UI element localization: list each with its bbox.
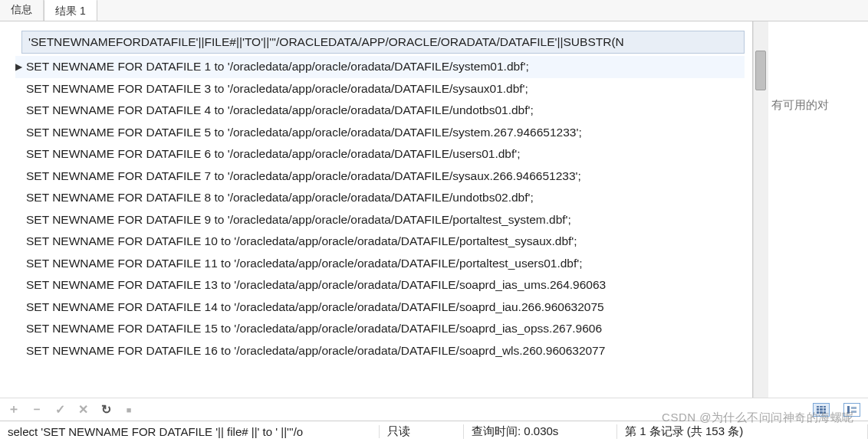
table-row[interactable]: SET NEWNAME FOR DATAFILE 3 to '/oracleda… bbox=[15, 78, 745, 100]
side-panel: 有可用的对 bbox=[768, 21, 868, 398]
vertical-scrollbar[interactable] bbox=[753, 21, 768, 398]
status-query-time: 查询时间: 0.030s bbox=[464, 424, 617, 439]
table-row[interactable]: SET NEWNAME FOR DATAFILE 13 to '/oracled… bbox=[15, 274, 745, 296]
refresh-button[interactable]: ↻ bbox=[100, 404, 112, 416]
table-row[interactable]: SET NEWNAME FOR DATAFILE 15 to '/oracled… bbox=[15, 318, 745, 340]
cancel-button[interactable]: ✕ bbox=[77, 404, 89, 416]
cell-value: SET NEWNAME FOR DATAFILE 5 to '/oracleda… bbox=[23, 126, 585, 139]
table-row[interactable]: SET NEWNAME FOR DATAFILE 7 to '/oracleda… bbox=[15, 165, 745, 188]
table-row[interactable]: SET NEWNAME FOR DATAFILE 5 to '/oracleda… bbox=[15, 122, 745, 144]
table-row[interactable]: SET NEWNAME FOR DATAFILE 8 to '/oracleda… bbox=[15, 187, 745, 209]
table-row[interactable]: SET NEWNAME FOR DATAFILE 9 to '/oracleda… bbox=[15, 209, 745, 231]
result-tabs: 信息 结果 1 bbox=[0, 0, 868, 21]
result-toolbar: ＋ － ✓ ✕ ↻ ■ bbox=[0, 398, 868, 421]
cell-value: SET NEWNAME FOR DATAFILE 7 to '/oracleda… bbox=[23, 169, 584, 183]
table-row[interactable]: SET NEWNAME FOR DATAFILE 14 to '/oracled… bbox=[15, 296, 745, 319]
table-row[interactable]: SET NEWNAME FOR DATAFILE 10 to '/oracled… bbox=[15, 231, 745, 253]
cell-value: SET NEWNAME FOR DATAFILE 14 to '/oracled… bbox=[23, 300, 607, 314]
status-readonly: 只读 bbox=[380, 424, 464, 439]
rows-container: ▶SET NEWNAME FOR DATAFILE 1 to '/oracled… bbox=[15, 56, 745, 362]
table-row[interactable]: SET NEWNAME FOR DATAFILE 4 to '/oracleda… bbox=[15, 100, 745, 122]
cell-value: SET NEWNAME FOR DATAFILE 1 to '/oracleda… bbox=[23, 60, 532, 74]
cell-value: SET NEWNAME FOR DATAFILE 9 to '/oracleda… bbox=[23, 213, 574, 227]
stop-button[interactable]: ■ bbox=[123, 404, 135, 416]
scrollbar-thumb[interactable] bbox=[755, 51, 766, 90]
main-area: 'SETNEWNAMEFORDATAFILE'||FILE#||'TO'||''… bbox=[0, 21, 868, 398]
status-sql: select 'SET NEWNAME FOR DATAFILE '|| fil… bbox=[0, 425, 380, 438]
cell-value: SET NEWNAME FOR DATAFILE 4 to '/oracleda… bbox=[23, 103, 537, 117]
cell-value: SET NEWNAME FOR DATAFILE 3 to '/oracleda… bbox=[23, 82, 531, 96]
add-row-button[interactable]: ＋ bbox=[8, 404, 20, 416]
cell-value: SET NEWNAME FOR DATAFILE 8 to '/oracleda… bbox=[23, 191, 537, 205]
table-row[interactable]: SET NEWNAME FOR DATAFILE 11 to '/oracled… bbox=[15, 253, 745, 275]
cell-value: SET NEWNAME FOR DATAFILE 15 to '/oracled… bbox=[23, 322, 605, 336]
cell-value: SET NEWNAME FOR DATAFILE 13 to '/oracled… bbox=[23, 278, 609, 292]
grid-view-button[interactable] bbox=[813, 403, 830, 417]
tab-result-1[interactable]: 结果 1 bbox=[44, 0, 97, 21]
result-grid: 'SETNEWNAMEFORDATAFILE'||FILE#||'TO'||''… bbox=[0, 21, 753, 398]
apply-button[interactable]: ✓ bbox=[54, 404, 66, 416]
table-row[interactable]: SET NEWNAME FOR DATAFILE 16 to '/oracled… bbox=[15, 340, 745, 362]
table-row[interactable]: SET NEWNAME FOR DATAFILE 6 to '/oracleda… bbox=[15, 143, 745, 165]
column-header[interactable]: 'SETNEWNAMEFORDATAFILE'||FILE#||'TO'||''… bbox=[21, 31, 745, 54]
form-icon bbox=[847, 406, 856, 414]
cell-value: SET NEWNAME FOR DATAFILE 10 to '/oracled… bbox=[23, 234, 580, 248]
status-record: 第 1 条记录 (共 153 条) bbox=[617, 424, 868, 439]
table-row[interactable]: ▶SET NEWNAME FOR DATAFILE 1 to '/oracled… bbox=[15, 56, 745, 78]
cell-value: SET NEWNAME FOR DATAFILE 11 to '/oracled… bbox=[23, 257, 586, 270]
cell-value: SET NEWNAME FOR DATAFILE 16 to '/oracled… bbox=[23, 344, 608, 358]
form-view-button[interactable] bbox=[843, 403, 860, 417]
tab-info[interactable]: 信息 bbox=[0, 0, 44, 21]
row-marker-icon: ▶ bbox=[15, 61, 23, 72]
cell-value: SET NEWNAME FOR DATAFILE 6 to '/oracleda… bbox=[23, 147, 524, 161]
delete-row-button[interactable]: － bbox=[31, 404, 43, 416]
status-bar: select 'SET NEWNAME FOR DATAFILE '|| fil… bbox=[0, 421, 868, 442]
grid-icon bbox=[817, 406, 826, 414]
